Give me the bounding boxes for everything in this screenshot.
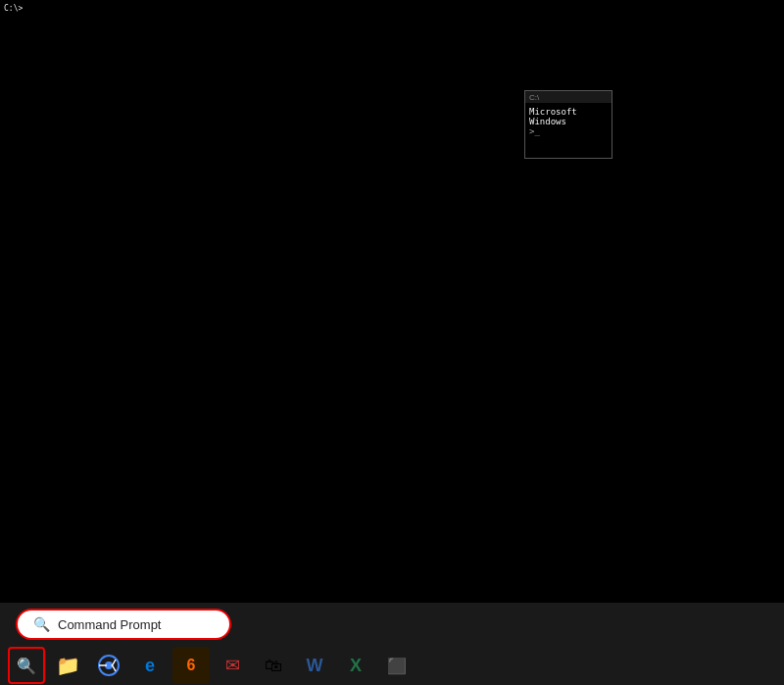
taskbar-email[interactable]: ✉ bbox=[214, 647, 251, 684]
taskbar-6play[interactable]: 6 bbox=[172, 647, 210, 684]
taskbar-chrome[interactable] bbox=[90, 647, 127, 684]
search-bar-container: 🔍 Command Prompt bbox=[0, 603, 784, 646]
taskbar-excel[interactable]: X bbox=[337, 647, 374, 684]
taskbar-word[interactable]: W bbox=[296, 647, 333, 684]
search-bar-icon: 🔍 bbox=[33, 616, 50, 632]
taskbar-file-explorer[interactable]: 📁 bbox=[49, 647, 86, 684]
search-bar[interactable]: 🔍 Command Prompt bbox=[16, 609, 231, 640]
taskbar-icon-row: 🔍 📁 e 6 ✉ 🛍 W X ⬛ bbox=[0, 646, 784, 685]
best-match-item[interactable]: C:\> Command Prompt System bbox=[0, 71, 353, 131]
search-bar-text: Command Prompt bbox=[58, 617, 161, 632]
start-menu: All Apps Documents Settings More ▾ ··· ✕… bbox=[0, 0, 784, 603]
taskbar-edge[interactable]: e bbox=[131, 647, 169, 684]
taskbar: 🔍 Command Prompt 🔍 📁 e 6 ✉ 🛍 W X ⬛ bbox=[0, 603, 784, 685]
taskbar-store[interactable]: 🛍 bbox=[255, 647, 292, 684]
main-content: Best match C:\> Command Prompt System Se… bbox=[0, 41, 784, 603]
preview-icon: C:\ Microsoft Windows >_ bbox=[524, 90, 612, 159]
taskbar-cmd[interactable]: ⬛ bbox=[378, 647, 416, 684]
left-panel: Best match C:\> Command Prompt System Se… bbox=[0, 41, 353, 603]
taskbar-search-button[interactable]: 🔍 bbox=[8, 647, 45, 684]
cmd-icon: C:\> bbox=[16, 80, 57, 122]
search-icon: 🔍 bbox=[17, 657, 36, 675]
